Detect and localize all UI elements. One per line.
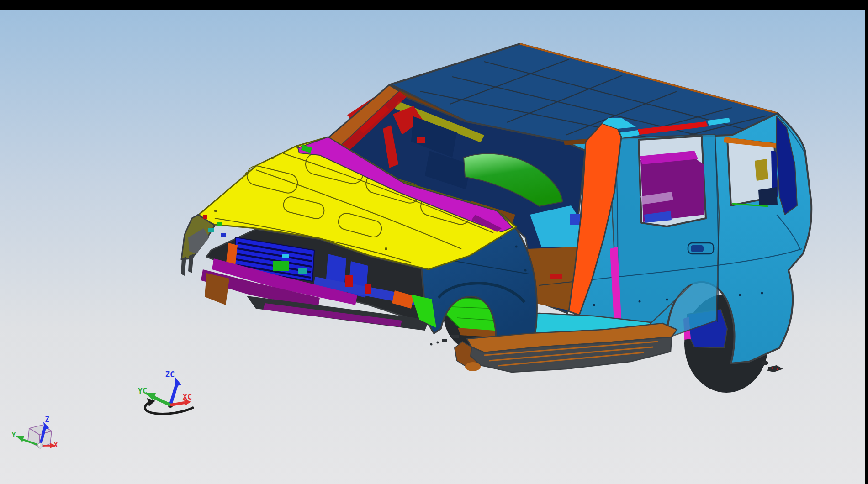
datum-origin-highlight	[38, 444, 40, 446]
right-black-bar	[865, 0, 868, 484]
bay-red-a	[345, 275, 353, 287]
datum-z-label: Z	[45, 416, 49, 424]
debris-red-b	[777, 368, 778, 370]
wcs-y-label: YC	[138, 386, 147, 395]
tip-blue-patch	[221, 233, 226, 237]
wcs-x-label: XC	[183, 392, 192, 401]
bay-cyan-dot	[282, 254, 289, 258]
debris-dot	[761, 361, 768, 365]
interior-red-square	[417, 137, 425, 143]
bay-green-bit	[273, 261, 289, 271]
cad-viewport: ZC YC XC Z Y X	[0, 0, 868, 484]
quarter-dark-box	[758, 187, 778, 206]
bay-teal-bit	[298, 268, 307, 274]
quarter-bracket-olive	[755, 159, 768, 181]
datum-y-label: Y	[11, 431, 16, 439]
floor-red-bit	[550, 274, 562, 279]
wcs-z-label: ZC	[165, 370, 175, 379]
door-handle[interactable]	[688, 243, 714, 254]
datum-x-label: X	[53, 441, 58, 449]
bay-red-b	[365, 284, 371, 294]
tip-teal-patch	[208, 228, 214, 232]
debris-red-a	[772, 367, 773, 369]
top-black-bar	[0, 0, 868, 10]
board-front-cap	[465, 362, 481, 371]
tip-red-patch	[203, 215, 207, 219]
datum-origin-sphere	[37, 443, 43, 448]
tip-green-patch	[217, 222, 222, 226]
